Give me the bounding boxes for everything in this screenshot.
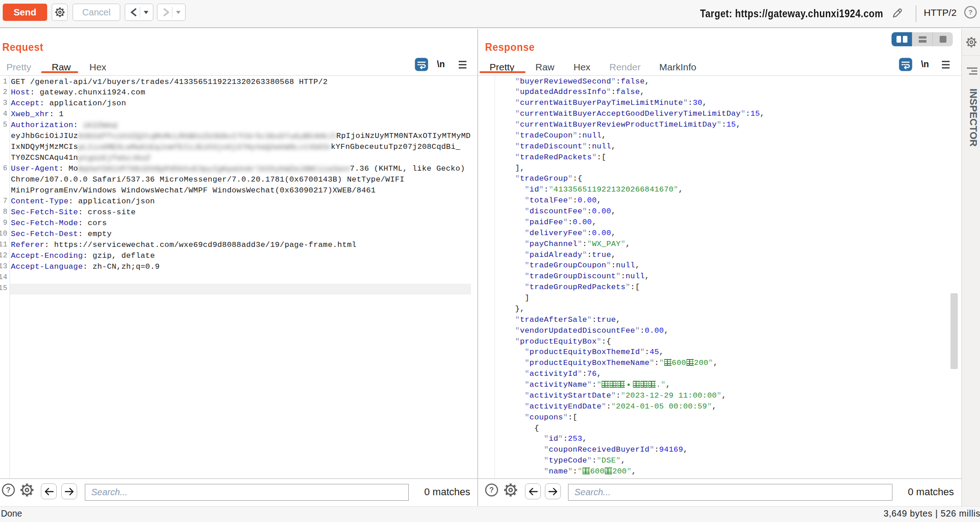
svg-text:?: ? [968,8,972,16]
svg-text:?: ? [490,486,494,494]
svg-text:?: ? [6,486,11,494]
